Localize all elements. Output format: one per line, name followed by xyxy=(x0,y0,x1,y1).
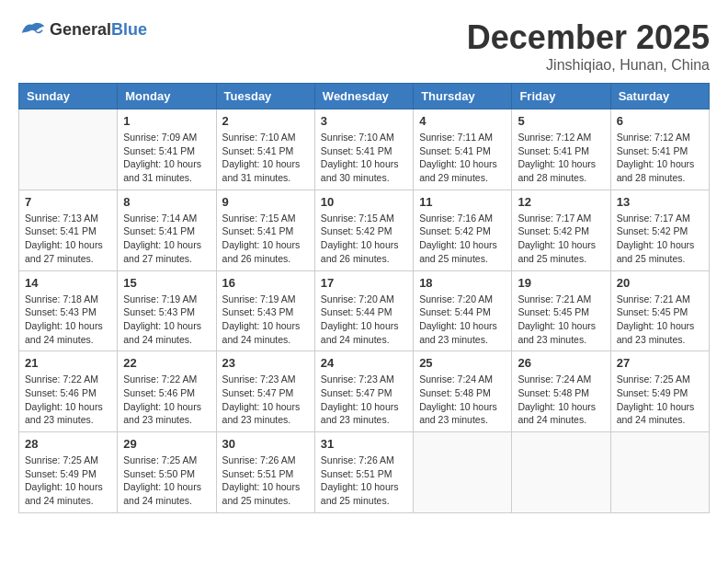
calendar-cell: 9Sunrise: 7:15 AM Sunset: 5:41 PM Daylig… xyxy=(216,190,314,270)
day-info: Sunrise: 7:20 AM Sunset: 5:44 PM Dayligh… xyxy=(321,293,407,347)
calendar-cell: 30Sunrise: 7:26 AM Sunset: 5:51 PM Dayli… xyxy=(216,432,314,513)
day-number: 1 xyxy=(123,114,210,128)
day-number: 21 xyxy=(25,356,111,370)
day-info: Sunrise: 7:25 AM Sunset: 5:50 PM Dayligh… xyxy=(123,454,210,508)
calendar-cell: 27Sunrise: 7:25 AM Sunset: 5:49 PM Dayli… xyxy=(610,351,709,432)
logo-bird-icon xyxy=(18,18,46,40)
calendar-cell xyxy=(414,432,512,513)
day-number: 20 xyxy=(617,276,703,290)
day-number: 25 xyxy=(419,356,506,370)
day-info: Sunrise: 7:25 AM Sunset: 5:49 PM Dayligh… xyxy=(25,454,111,508)
day-number: 14 xyxy=(25,276,111,290)
day-info: Sunrise: 7:12 AM Sunset: 5:41 PM Dayligh… xyxy=(518,131,604,185)
weekday-header-wednesday: Wednesday xyxy=(314,84,413,109)
calendar-cell xyxy=(512,432,610,513)
day-number: 27 xyxy=(617,356,703,370)
day-number: 5 xyxy=(518,114,604,128)
location-title: Jinshiqiao, Hunan, China xyxy=(467,57,710,74)
day-info: Sunrise: 7:15 AM Sunset: 5:41 PM Dayligh… xyxy=(222,212,309,266)
page-header: GeneralBlue December 2025 Jinshiqiao, Hu… xyxy=(18,18,710,74)
day-info: Sunrise: 7:15 AM Sunset: 5:42 PM Dayligh… xyxy=(321,212,407,266)
calendar-cell: 15Sunrise: 7:19 AM Sunset: 5:43 PM Dayli… xyxy=(118,270,216,351)
calendar-cell: 7Sunrise: 7:13 AM Sunset: 5:41 PM Daylig… xyxy=(19,190,118,270)
day-info: Sunrise: 7:21 AM Sunset: 5:45 PM Dayligh… xyxy=(617,293,703,347)
calendar-cell: 17Sunrise: 7:20 AM Sunset: 5:44 PM Dayli… xyxy=(314,270,413,351)
weekday-header-row: SundayMondayTuesdayWednesdayThursdayFrid… xyxy=(19,84,710,109)
day-number: 28 xyxy=(25,437,111,451)
day-info: Sunrise: 7:23 AM Sunset: 5:47 PM Dayligh… xyxy=(222,373,309,427)
day-info: Sunrise: 7:22 AM Sunset: 5:46 PM Dayligh… xyxy=(123,373,210,427)
day-info: Sunrise: 7:19 AM Sunset: 5:43 PM Dayligh… xyxy=(123,293,210,347)
day-info: Sunrise: 7:18 AM Sunset: 5:43 PM Dayligh… xyxy=(25,293,111,347)
weekday-header-friday: Friday xyxy=(512,84,610,109)
calendar-cell: 18Sunrise: 7:20 AM Sunset: 5:44 PM Dayli… xyxy=(414,270,512,351)
weekday-header-thursday: Thursday xyxy=(414,84,512,109)
day-number: 19 xyxy=(518,276,604,290)
logo-text-general: General xyxy=(50,20,111,39)
calendar-week-5: 28Sunrise: 7:25 AM Sunset: 5:49 PM Dayli… xyxy=(19,432,710,513)
day-info: Sunrise: 7:09 AM Sunset: 5:41 PM Dayligh… xyxy=(123,131,210,185)
day-info: Sunrise: 7:11 AM Sunset: 5:41 PM Dayligh… xyxy=(419,131,506,185)
calendar-cell: 2Sunrise: 7:10 AM Sunset: 5:41 PM Daylig… xyxy=(216,109,314,190)
calendar-cell: 6Sunrise: 7:12 AM Sunset: 5:41 PM Daylig… xyxy=(610,109,709,190)
day-info: Sunrise: 7:12 AM Sunset: 5:41 PM Dayligh… xyxy=(617,131,703,185)
day-number: 24 xyxy=(321,356,407,370)
calendar-cell: 28Sunrise: 7:25 AM Sunset: 5:49 PM Dayli… xyxy=(19,432,118,513)
day-number: 23 xyxy=(222,356,309,370)
day-number: 9 xyxy=(222,195,309,209)
day-number: 8 xyxy=(123,195,210,209)
calendar-week-2: 7Sunrise: 7:13 AM Sunset: 5:41 PM Daylig… xyxy=(19,190,710,270)
day-number: 10 xyxy=(321,195,407,209)
day-info: Sunrise: 7:20 AM Sunset: 5:44 PM Dayligh… xyxy=(419,293,506,347)
calendar-cell: 10Sunrise: 7:15 AM Sunset: 5:42 PM Dayli… xyxy=(314,190,413,270)
calendar-header: SundayMondayTuesdayWednesdayThursdayFrid… xyxy=(19,84,710,109)
calendar-week-1: 1Sunrise: 7:09 AM Sunset: 5:41 PM Daylig… xyxy=(19,109,710,190)
day-number: 18 xyxy=(419,276,506,290)
calendar-cell: 16Sunrise: 7:19 AM Sunset: 5:43 PM Dayli… xyxy=(216,270,314,351)
day-number: 6 xyxy=(617,114,703,128)
logo: GeneralBlue xyxy=(18,18,147,40)
day-info: Sunrise: 7:17 AM Sunset: 5:42 PM Dayligh… xyxy=(617,212,703,266)
weekday-header-tuesday: Tuesday xyxy=(216,84,314,109)
day-number: 29 xyxy=(123,437,210,451)
calendar-cell xyxy=(610,432,709,513)
calendar-cell: 8Sunrise: 7:14 AM Sunset: 5:41 PM Daylig… xyxy=(118,190,216,270)
calendar-cell: 24Sunrise: 7:23 AM Sunset: 5:47 PM Dayli… xyxy=(314,351,413,432)
weekday-header-saturday: Saturday xyxy=(610,84,709,109)
day-info: Sunrise: 7:17 AM Sunset: 5:42 PM Dayligh… xyxy=(518,212,604,266)
day-number: 4 xyxy=(419,114,506,128)
weekday-header-sunday: Sunday xyxy=(19,84,118,109)
day-info: Sunrise: 7:22 AM Sunset: 5:46 PM Dayligh… xyxy=(25,373,111,427)
calendar-cell: 13Sunrise: 7:17 AM Sunset: 5:42 PM Dayli… xyxy=(610,190,709,270)
day-info: Sunrise: 7:19 AM Sunset: 5:43 PM Dayligh… xyxy=(222,293,309,347)
calendar-cell: 14Sunrise: 7:18 AM Sunset: 5:43 PM Dayli… xyxy=(19,270,118,351)
day-number: 13 xyxy=(617,195,703,209)
calendar-cell: 5Sunrise: 7:12 AM Sunset: 5:41 PM Daylig… xyxy=(512,109,610,190)
calendar-cell: 3Sunrise: 7:10 AM Sunset: 5:41 PM Daylig… xyxy=(314,109,413,190)
day-number: 2 xyxy=(222,114,309,128)
calendar-week-3: 14Sunrise: 7:18 AM Sunset: 5:43 PM Dayli… xyxy=(19,270,710,351)
calendar-cell: 1Sunrise: 7:09 AM Sunset: 5:41 PM Daylig… xyxy=(118,109,216,190)
calendar-cell: 26Sunrise: 7:24 AM Sunset: 5:48 PM Dayli… xyxy=(512,351,610,432)
day-info: Sunrise: 7:16 AM Sunset: 5:42 PM Dayligh… xyxy=(419,212,506,266)
month-title: December 2025 xyxy=(467,18,710,57)
day-number: 12 xyxy=(518,195,604,209)
calendar-cell: 29Sunrise: 7:25 AM Sunset: 5:50 PM Dayli… xyxy=(118,432,216,513)
calendar-cell xyxy=(19,109,118,190)
calendar-cell: 23Sunrise: 7:23 AM Sunset: 5:47 PM Dayli… xyxy=(216,351,314,432)
weekday-header-monday: Monday xyxy=(118,84,216,109)
day-info: Sunrise: 7:21 AM Sunset: 5:45 PM Dayligh… xyxy=(518,293,604,347)
day-number: 31 xyxy=(321,437,407,451)
day-info: Sunrise: 7:26 AM Sunset: 5:51 PM Dayligh… xyxy=(222,454,309,508)
calendar-cell: 19Sunrise: 7:21 AM Sunset: 5:45 PM Dayli… xyxy=(512,270,610,351)
day-number: 22 xyxy=(123,356,210,370)
day-number: 26 xyxy=(518,356,604,370)
calendar-cell: 11Sunrise: 7:16 AM Sunset: 5:42 PM Dayli… xyxy=(414,190,512,270)
day-info: Sunrise: 7:25 AM Sunset: 5:49 PM Dayligh… xyxy=(617,373,703,427)
logo-text-blue: Blue xyxy=(111,20,147,39)
day-number: 30 xyxy=(222,437,309,451)
day-info: Sunrise: 7:10 AM Sunset: 5:41 PM Dayligh… xyxy=(321,131,407,185)
day-number: 16 xyxy=(222,276,309,290)
day-info: Sunrise: 7:24 AM Sunset: 5:48 PM Dayligh… xyxy=(518,373,604,427)
calendar-cell: 4Sunrise: 7:11 AM Sunset: 5:41 PM Daylig… xyxy=(414,109,512,190)
